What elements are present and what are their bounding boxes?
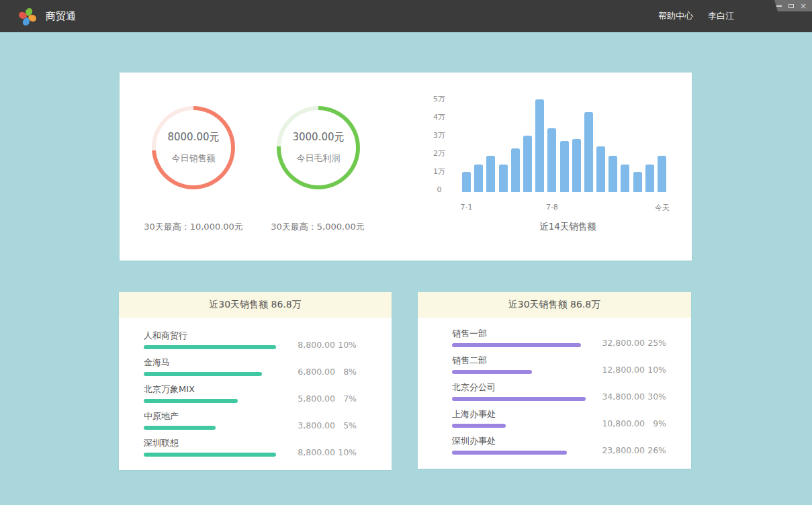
y-tick-label: 1万 bbox=[431, 167, 447, 176]
percent: 7% bbox=[335, 394, 357, 403]
entity-name: 销售二部 bbox=[452, 355, 532, 366]
rank-card-title: 近30天销售额 86.8万 bbox=[119, 292, 392, 318]
percent: 10% bbox=[335, 340, 357, 349]
chart-bars bbox=[462, 88, 672, 192]
progress-bar bbox=[144, 426, 216, 430]
progress-bar bbox=[452, 397, 586, 401]
percent: 26% bbox=[645, 446, 666, 455]
percent: 10% bbox=[335, 448, 357, 457]
progress-bar bbox=[144, 372, 262, 376]
rank-values: 3,800.005% bbox=[294, 421, 357, 430]
pinwheel-logo-icon bbox=[17, 5, 38, 27]
app-title: 商贸通 bbox=[46, 0, 76, 32]
entity-name: 深圳办事处 bbox=[452, 436, 567, 447]
rank-row: 销售一部32,800.0025% bbox=[452, 328, 666, 347]
x-tick-label: 今天 bbox=[655, 203, 670, 213]
bar bbox=[560, 141, 569, 192]
entity-name: 北京万象MIX bbox=[144, 384, 238, 395]
amount: 3,800.00 bbox=[294, 421, 335, 430]
amount: 32,800.00 bbox=[602, 338, 645, 347]
gauge-value: 3000.00元 bbox=[292, 131, 344, 144]
entity-name: 金海马 bbox=[144, 357, 262, 368]
amount: 10,800.00 bbox=[602, 419, 645, 428]
percent: 30% bbox=[645, 392, 666, 401]
bar bbox=[621, 165, 629, 192]
gauge-footer: 30天最高：10,000.00元 bbox=[126, 221, 261, 233]
progress-bar bbox=[452, 451, 567, 455]
maximize-icon bbox=[788, 4, 794, 8]
titlebar: 商贸通 帮助中心 李白江 × bbox=[0, 0, 812, 32]
progress-bar bbox=[452, 370, 532, 374]
close-button[interactable]: × bbox=[800, 2, 807, 10]
rank-row: 深圳联想8,800.0010% bbox=[144, 438, 357, 457]
bar bbox=[462, 172, 471, 192]
entity-name: 上海办事处 bbox=[452, 409, 506, 420]
y-tick-label: 5万 bbox=[431, 95, 447, 103]
x-tick-label: 7-1 bbox=[461, 203, 473, 212]
rank-values: 12,800.0010% bbox=[602, 365, 666, 375]
progress-bar bbox=[452, 424, 506, 428]
gauge-label: 今日销售额 bbox=[172, 152, 216, 165]
amount: 5,800.00 bbox=[294, 394, 335, 403]
chart-title: 近14天销售额 bbox=[462, 221, 674, 233]
percent: 9% bbox=[645, 419, 666, 428]
gauge-footer: 30天最高：5,000.00元 bbox=[251, 221, 385, 233]
rank-values: 34,800.0030% bbox=[602, 392, 666, 402]
overview-card: 8000.00元 今日销售额 30天最高：10,000.00元 3000.00元… bbox=[120, 73, 692, 261]
amount: 8,800.00 bbox=[294, 340, 335, 349]
app-window: 商贸通 帮助中心 李白江 × 8000.00元 今日销售额 30天最高：10,0… bbox=[0, 0, 812, 505]
maximize-button[interactable] bbox=[788, 2, 795, 10]
rank-card-title: 近30天销售额 86.8万 bbox=[418, 292, 691, 318]
gauge-today-sales: 8000.00元 今日销售额 bbox=[152, 106, 235, 189]
rank-row: 上海办事处10,800.009% bbox=[452, 409, 666, 428]
bar bbox=[658, 156, 666, 192]
bar bbox=[547, 128, 556, 192]
rank-values: 10,800.009% bbox=[602, 419, 666, 428]
chart-yaxis: 01万2万3万4万5万 bbox=[431, 73, 447, 207]
rank-values: 6,800.008% bbox=[294, 367, 357, 377]
rank-rows: 销售一部32,800.0025%销售二部12,800.0010%北京分公司34,… bbox=[418, 318, 691, 455]
amount: 6,800.00 bbox=[294, 367, 335, 376]
y-tick-label: 3万 bbox=[431, 131, 447, 140]
rank-values: 32,800.0025% bbox=[602, 338, 666, 348]
entity-name: 中原地产 bbox=[144, 411, 216, 422]
bar bbox=[572, 139, 581, 192]
rank-values: 8,800.0010% bbox=[294, 448, 357, 457]
user-menu[interactable]: 李白江 bbox=[708, 10, 734, 22]
rank-card-departments: 近30天销售额 86.8万 销售一部32,800.0025%销售二部12,800… bbox=[418, 292, 691, 469]
titlebar-menu: 帮助中心 李白江 bbox=[658, 0, 734, 32]
close-icon: × bbox=[800, 2, 807, 10]
rank-card-customers: 近30天销售额 86.8万 人和商贸行8,800.0010%金海马6,800.0… bbox=[119, 292, 392, 470]
percent: 10% bbox=[645, 365, 666, 374]
rank-row: 销售二部12,800.0010% bbox=[452, 355, 666, 374]
minimize-icon bbox=[776, 5, 782, 7]
help-center-link[interactable]: 帮助中心 bbox=[658, 10, 693, 22]
rank-row: 中原地产3,800.005% bbox=[144, 411, 357, 430]
percent: 5% bbox=[335, 421, 357, 430]
bar bbox=[486, 156, 495, 192]
rank-values: 8,800.0010% bbox=[294, 340, 357, 350]
amount: 8,800.00 bbox=[294, 448, 335, 457]
bar bbox=[608, 156, 617, 192]
progress-bar bbox=[452, 343, 581, 347]
rank-row: 北京万象MIX5,800.007% bbox=[144, 384, 357, 403]
amount: 34,800.00 bbox=[602, 392, 645, 401]
bar bbox=[633, 172, 642, 192]
bar bbox=[645, 165, 654, 192]
gauge-value: 8000.00元 bbox=[167, 131, 219, 144]
rank-values: 23,800.0026% bbox=[602, 446, 666, 455]
progress-bar bbox=[144, 453, 276, 457]
percent: 25% bbox=[645, 338, 666, 347]
rank-row: 北京分公司34,800.0030% bbox=[452, 382, 666, 401]
bar bbox=[523, 136, 532, 192]
percent: 8% bbox=[335, 367, 357, 376]
amount: 23,800.00 bbox=[602, 446, 645, 455]
progress-bar bbox=[144, 399, 238, 403]
bar bbox=[584, 112, 593, 192]
amount: 12,800.00 bbox=[602, 365, 645, 374]
window-controls: × bbox=[770, 0, 812, 11]
minimize-button[interactable] bbox=[776, 2, 782, 10]
rank-row: 金海马6,800.008% bbox=[144, 357, 357, 376]
x-tick-label: 7-8 bbox=[546, 203, 558, 212]
bar bbox=[596, 146, 605, 192]
